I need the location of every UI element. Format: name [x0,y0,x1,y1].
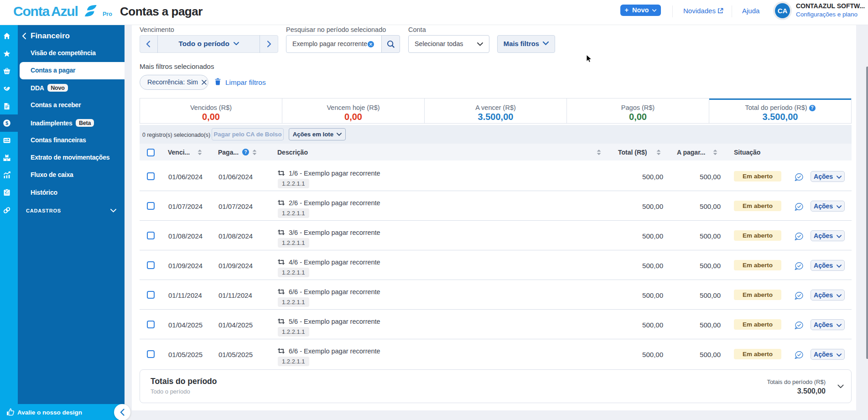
svg-text:$: $ [5,120,8,126]
